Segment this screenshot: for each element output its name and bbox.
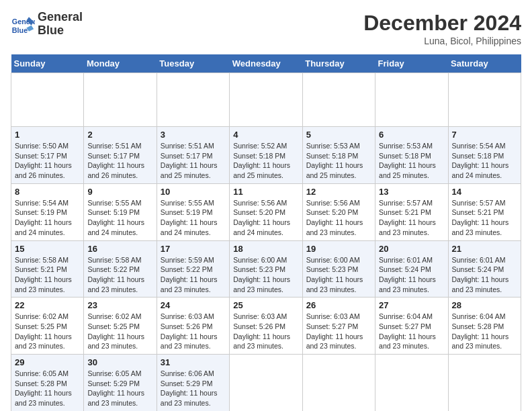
table-row: 17Sunrise: 5:59 AMSunset: 5:22 PMDayligh… <box>157 240 229 298</box>
table-row: 16Sunrise: 5:58 AMSunset: 5:22 PMDayligh… <box>84 240 157 298</box>
table-row: 6Sunrise: 5:53 AMSunset: 5:18 PMDaylight… <box>375 127 448 184</box>
day-number: 20 <box>379 244 444 254</box>
table-row <box>375 355 448 412</box>
table-row: 5Sunrise: 5:53 AMSunset: 5:18 PMDaylight… <box>302 127 375 184</box>
day-number: 2 <box>87 130 152 140</box>
table-row: 4Sunrise: 5:52 AMSunset: 5:18 PMDaylight… <box>230 127 302 184</box>
table-row: 21Sunrise: 6:01 AMSunset: 5:24 PMDayligh… <box>448 240 521 298</box>
page-header: General Blue General Blue December 2024 … <box>11 11 521 46</box>
day-info: Sunrise: 6:00 AMSunset: 5:23 PMDaylight:… <box>306 255 371 295</box>
day-info: Sunrise: 6:00 AMSunset: 5:23 PMDaylight:… <box>233 255 298 295</box>
day-info: Sunrise: 6:03 AMSunset: 5:27 PMDaylight:… <box>306 312 371 351</box>
day-number: 1 <box>15 130 80 140</box>
day-number: 14 <box>452 187 517 197</box>
day-info: Sunrise: 5:56 AMSunset: 5:20 PMDaylight:… <box>233 198 298 238</box>
day-info: Sunrise: 6:04 AMSunset: 5:27 PMDaylight:… <box>379 312 444 351</box>
day-info: Sunrise: 5:53 AMSunset: 5:18 PMDaylight:… <box>379 141 444 181</box>
day-info: Sunrise: 5:51 AMSunset: 5:17 PMDaylight:… <box>87 141 152 181</box>
day-number: 15 <box>15 244 80 254</box>
day-number: 17 <box>161 244 226 254</box>
day-info: Sunrise: 5:58 AMSunset: 5:22 PMDaylight:… <box>87 255 152 295</box>
table-row: 30Sunrise: 6:05 AMSunset: 5:29 PMDayligh… <box>84 355 157 412</box>
table-row <box>375 73 448 127</box>
calendar-week-row: 1Sunrise: 5:50 AMSunset: 5:17 PMDaylight… <box>11 127 521 184</box>
day-info: Sunrise: 6:03 AMSunset: 5:26 PMDaylight:… <box>161 312 226 351</box>
table-row: 26Sunrise: 6:03 AMSunset: 5:27 PMDayligh… <box>302 298 375 355</box>
day-number: 23 <box>87 300 152 310</box>
table-row <box>11 73 84 127</box>
calendar-week-row: 22Sunrise: 6:02 AMSunset: 5:25 PMDayligh… <box>11 298 521 355</box>
table-row: 9Sunrise: 5:55 AMSunset: 5:19 PMDaylight… <box>84 183 157 240</box>
day-info: Sunrise: 6:03 AMSunset: 5:26 PMDaylight:… <box>233 312 298 351</box>
col-saturday: Saturday <box>448 54 521 73</box>
day-number: 31 <box>161 357 226 367</box>
table-row <box>302 73 375 127</box>
table-row <box>448 73 521 127</box>
day-number: 19 <box>306 244 371 254</box>
table-row <box>157 73 229 127</box>
calendar-table: Sunday Monday Tuesday Wednesday Thursday… <box>11 54 521 411</box>
col-sunday: Sunday <box>11 54 84 73</box>
title-block: December 2024 Luna, Bicol, Philippines <box>363 11 521 46</box>
day-info: Sunrise: 6:01 AMSunset: 5:24 PMDaylight:… <box>452 255 517 295</box>
day-number: 3 <box>161 130 226 140</box>
day-number: 5 <box>306 130 371 140</box>
table-row: 15Sunrise: 5:58 AMSunset: 5:21 PMDayligh… <box>11 240 84 298</box>
day-info: Sunrise: 5:52 AMSunset: 5:18 PMDaylight:… <box>233 141 298 181</box>
day-number: 22 <box>15 300 80 310</box>
day-number: 16 <box>87 244 152 254</box>
month-title: December 2024 <box>363 11 521 36</box>
day-info: Sunrise: 5:58 AMSunset: 5:21 PMDaylight:… <box>15 255 80 295</box>
day-number: 6 <box>379 130 444 140</box>
calendar-week-row <box>11 73 521 127</box>
day-number: 26 <box>306 300 371 310</box>
day-info: Sunrise: 5:54 AMSunset: 5:19 PMDaylight:… <box>15 198 80 238</box>
day-info: Sunrise: 6:04 AMSunset: 5:28 PMDaylight:… <box>452 312 517 351</box>
day-info: Sunrise: 6:06 AMSunset: 5:29 PMDaylight:… <box>161 369 226 408</box>
table-row: 1Sunrise: 5:50 AMSunset: 5:17 PMDaylight… <box>11 127 84 184</box>
col-thursday: Thursday <box>302 54 375 73</box>
table-row: 10Sunrise: 5:55 AMSunset: 5:19 PMDayligh… <box>157 183 229 240</box>
logo-text: General Blue <box>38 11 83 38</box>
calendar-week-row: 29Sunrise: 6:05 AMSunset: 5:28 PMDayligh… <box>11 355 521 412</box>
table-row <box>230 355 302 412</box>
day-number: 27 <box>379 300 444 310</box>
day-info: Sunrise: 6:02 AMSunset: 5:25 PMDaylight:… <box>15 312 80 351</box>
table-row: 3Sunrise: 5:51 AMSunset: 5:17 PMDaylight… <box>157 127 229 184</box>
table-row <box>84 73 157 127</box>
day-number: 11 <box>233 187 298 197</box>
svg-text:Blue: Blue <box>12 26 28 34</box>
day-number: 28 <box>452 300 517 310</box>
day-info: Sunrise: 5:56 AMSunset: 5:20 PMDaylight:… <box>306 198 371 238</box>
day-number: 25 <box>233 300 298 310</box>
logo: General Blue General Blue <box>11 11 83 38</box>
col-wednesday: Wednesday <box>230 54 302 73</box>
day-number: 18 <box>233 244 298 254</box>
calendar-week-row: 8Sunrise: 5:54 AMSunset: 5:19 PMDaylight… <box>11 183 521 240</box>
day-info: Sunrise: 5:54 AMSunset: 5:18 PMDaylight:… <box>452 141 517 181</box>
day-number: 7 <box>452 130 517 140</box>
day-info: Sunrise: 6:05 AMSunset: 5:29 PMDaylight:… <box>87 369 152 408</box>
day-number: 21 <box>452 244 517 254</box>
logo-icon: General Blue <box>11 12 35 36</box>
table-row <box>448 355 521 412</box>
table-row: 19Sunrise: 6:00 AMSunset: 5:23 PMDayligh… <box>302 240 375 298</box>
day-number: 29 <box>15 357 80 367</box>
table-row: 8Sunrise: 5:54 AMSunset: 5:19 PMDaylight… <box>11 183 84 240</box>
table-row: 14Sunrise: 5:57 AMSunset: 5:21 PMDayligh… <box>448 183 521 240</box>
table-row: 23Sunrise: 6:02 AMSunset: 5:25 PMDayligh… <box>84 298 157 355</box>
day-number: 8 <box>15 187 80 197</box>
day-number: 13 <box>379 187 444 197</box>
day-info: Sunrise: 5:51 AMSunset: 5:17 PMDaylight:… <box>161 141 226 181</box>
table-row: 28Sunrise: 6:04 AMSunset: 5:28 PMDayligh… <box>448 298 521 355</box>
day-number: 10 <box>161 187 226 197</box>
table-row: 18Sunrise: 6:00 AMSunset: 5:23 PMDayligh… <box>230 240 302 298</box>
day-info: Sunrise: 6:02 AMSunset: 5:25 PMDaylight:… <box>87 312 152 351</box>
table-row: 31Sunrise: 6:06 AMSunset: 5:29 PMDayligh… <box>157 355 229 412</box>
table-row: 22Sunrise: 6:02 AMSunset: 5:25 PMDayligh… <box>11 298 84 355</box>
table-row: 20Sunrise: 6:01 AMSunset: 5:24 PMDayligh… <box>375 240 448 298</box>
table-row: 27Sunrise: 6:04 AMSunset: 5:27 PMDayligh… <box>375 298 448 355</box>
day-number: 30 <box>87 357 152 367</box>
calendar-week-row: 15Sunrise: 5:58 AMSunset: 5:21 PMDayligh… <box>11 240 521 298</box>
table-row: 13Sunrise: 5:57 AMSunset: 5:21 PMDayligh… <box>375 183 448 240</box>
